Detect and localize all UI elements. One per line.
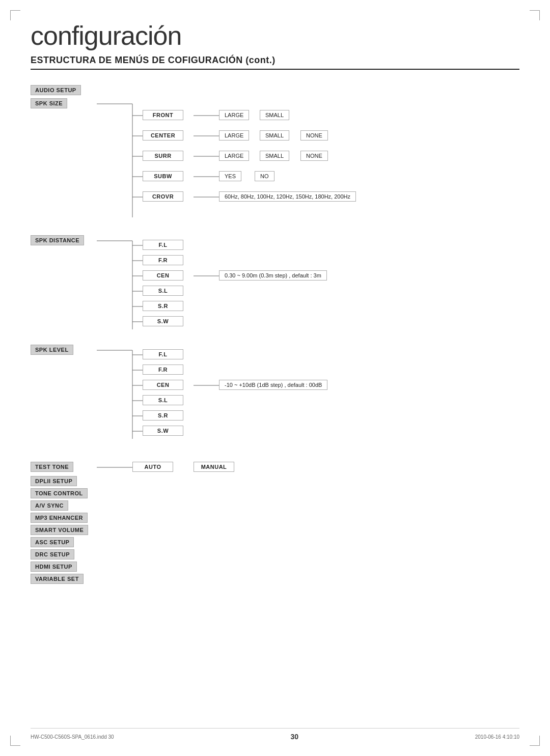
spk-distance-box: SPK DISTANCE — [31, 235, 84, 245]
footer-date: 2010-06-16 4:10:10 — [475, 734, 519, 740]
test-tone-box: TEST TONE — [31, 462, 73, 472]
subw-box: SUBW — [143, 171, 183, 181]
surr-large: LARGE — [219, 151, 249, 161]
footer-file: HW-C500-C560S-SPA_0616.indd 30 — [31, 734, 114, 740]
variable-set-box: VARIABLE SET — [31, 574, 84, 584]
center-box: CENTER — [143, 130, 183, 141]
subw-no: NO — [255, 171, 274, 181]
surr-small: SMALL — [260, 151, 289, 161]
corner-tl — [10, 10, 20, 20]
center-none: NONE — [300, 130, 328, 141]
dplii-setup-box: DPLII SETUP — [31, 476, 77, 486]
subw-yes: YES — [219, 171, 241, 181]
dist-cen-box: CEN — [143, 270, 183, 281]
crovr-values: 60Hz, 80Hz, 100Hz, 120Hz, 150Hz, 180Hz, … — [219, 191, 356, 202]
dist-range: 0.30 ~ 9.00m (0.3m step) , default : 3m — [219, 270, 327, 281]
av-sync-box: A/V SYNC — [31, 500, 68, 511]
corner-tr — [530, 10, 540, 20]
dist-sl-box: S.L — [143, 286, 183, 296]
dist-sr-box: S.R — [143, 301, 183, 311]
level-sr-box: S.R — [143, 410, 183, 421]
spk-level-box: SPK LEVEL — [31, 345, 73, 355]
page-title: configuración — [31, 20, 519, 51]
hdmi-setup-box: HDMI SETUP — [31, 562, 77, 572]
center-large: LARGE — [219, 130, 249, 141]
dist-fl-box: F.L — [143, 240, 183, 250]
level-sw-box: S.W — [143, 426, 183, 436]
mp3-enhancer-box: MP3 ENHANCER — [31, 513, 88, 523]
content-area: AUDIO SETUP SPK SIZE FRONT LARGE SMALL — [31, 85, 519, 530]
center-small: SMALL — [260, 130, 289, 141]
level-cen-box: CEN — [143, 380, 183, 390]
front-large: LARGE — [219, 110, 249, 120]
dist-sw-box: S.W — [143, 316, 183, 326]
level-range: -10 ~ +10dB (1dB step) , default : 00dB — [219, 380, 327, 390]
front-small: SMALL — [260, 110, 289, 120]
manual-box: MANUAL — [194, 462, 234, 472]
auto-box: AUTO — [132, 462, 173, 472]
level-sl-box: S.L — [143, 395, 183, 405]
spk-size-box: SPK SIZE — [31, 98, 67, 108]
dist-fr-box: F.R — [143, 255, 183, 265]
tone-control-box: TONE CONTROL — [31, 488, 88, 498]
drc-setup-box: DRC SETUP — [31, 549, 74, 559]
crovr-box: CROVR — [143, 191, 183, 202]
footer-page-number: 30 — [290, 733, 298, 741]
surr-box: SURR — [143, 151, 183, 161]
level-fr-box: F.R — [143, 365, 183, 375]
smart-volume-box: SMART VOLUME — [31, 525, 88, 535]
menu-tree-svg: AUDIO SETUP SPK SIZE FRONT LARGE SMALL — [31, 85, 519, 528]
surr-none: NONE — [300, 151, 328, 161]
corner-bl — [10, 736, 20, 746]
section-title: ESTRUCTURA DE MENÚS DE COFIGURACIÓN (con… — [31, 55, 519, 70]
footer: HW-C500-C560S-SPA_0616.indd 30 30 2010-0… — [31, 728, 519, 741]
asc-setup-box: ASC SETUP — [31, 537, 74, 547]
corner-br — [530, 736, 540, 746]
page-container: configuración ESTRUCTURA DE MENÚS DE COF… — [0, 0, 550, 756]
front-box: FRONT — [143, 110, 183, 120]
level-fl-box: F.L — [143, 349, 183, 359]
audio-setup-box: AUDIO SETUP — [31, 85, 81, 95]
